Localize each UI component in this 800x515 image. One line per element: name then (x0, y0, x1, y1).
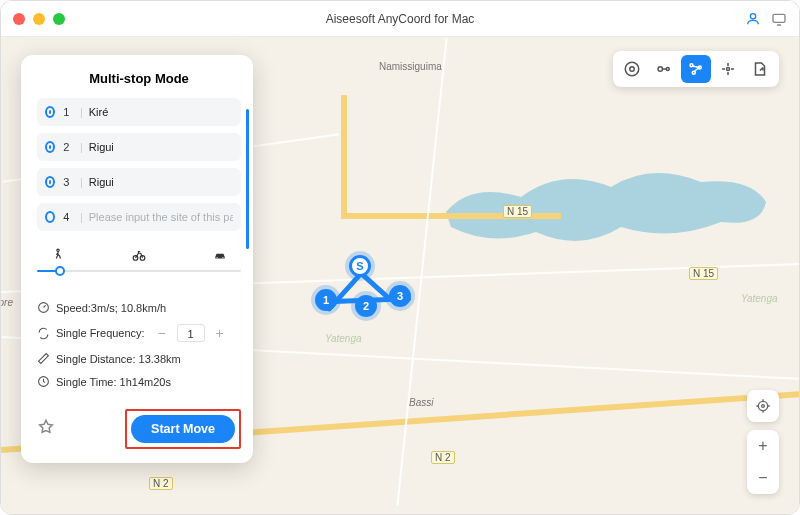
multi-stop-mode-button[interactable] (681, 55, 711, 83)
stop-number: 1 (63, 106, 74, 118)
panel-title: Multi-stop Mode (37, 71, 241, 86)
stop-number: 3 (63, 176, 74, 188)
place-yatenga: Yatenga (325, 333, 362, 344)
zoom-controls: + − (747, 430, 779, 494)
route-node-start[interactable]: S (349, 255, 371, 277)
stop-row-1[interactable]: 1 | (37, 98, 241, 126)
stop-input-2[interactable] (89, 141, 233, 153)
crosshair-icon (755, 398, 771, 414)
radio-icon[interactable] (45, 211, 55, 223)
multistop-panel: Multi-stop Mode 1 | 2 | 3 | 4 (21, 55, 253, 463)
svg-point-8 (625, 62, 639, 76)
place-yatenga2: Yatenga (741, 293, 778, 304)
place-pore: pore (1, 297, 13, 308)
user-icon[interactable] (745, 11, 761, 27)
info-speed: Speed:3m/s; 10.8km/h (37, 301, 241, 314)
speed-slider[interactable] (37, 270, 241, 272)
start-move-highlight: Start Move (125, 409, 241, 449)
stop-number: 2 (63, 141, 74, 153)
route-node-3[interactable]: 3 (389, 285, 411, 307)
place-nami: Namissiguima (379, 61, 442, 72)
repeat-icon (37, 327, 50, 340)
screen-icon[interactable] (771, 11, 787, 27)
road-badge-n2b: N 2 (431, 451, 455, 464)
svg-point-14 (727, 68, 730, 71)
place-bassi: Bassi (409, 397, 433, 408)
gauge-icon (37, 301, 50, 314)
freq-increase-button[interactable]: + (213, 326, 227, 340)
stop-row-2[interactable]: 2 | (37, 133, 241, 161)
content-area: N 15 N 15 N 2 N 2 Namissiguima Bassi Yat… (1, 37, 799, 514)
car-mode-button[interactable] (205, 248, 235, 265)
svg-point-7 (630, 67, 635, 72)
route-info: Speed:3m/s; 10.8km/h Single Frequency: −… (37, 291, 241, 398)
recenter-button[interactable] (747, 390, 779, 422)
map-controls: + − (747, 390, 779, 494)
info-distance: Single Distance: 13.38km (37, 352, 241, 365)
stop-row-3[interactable]: 3 | (37, 168, 241, 196)
stop-number: 4 (63, 211, 74, 223)
slider-thumb[interactable] (55, 266, 65, 276)
stop-row-4[interactable]: 4 | (37, 203, 241, 231)
svg-point-16 (762, 405, 765, 408)
titlebar: Aiseesoft AnyCoord for Mac (1, 1, 799, 37)
travel-mode-row (37, 244, 241, 265)
road-badge-n15: N 15 (503, 205, 532, 218)
road-vert (341, 95, 347, 215)
route-node-1[interactable]: 1 (315, 289, 337, 311)
route-node-2[interactable]: 2 (355, 295, 377, 317)
zoom-out-button[interactable]: − (758, 470, 767, 486)
stop-input-3[interactable] (89, 176, 233, 188)
freq-value[interactable]: 1 (177, 324, 205, 342)
bike-mode-button[interactable] (124, 248, 154, 265)
walk-mode-button[interactable] (43, 248, 73, 265)
mode-toolbar (613, 51, 779, 87)
zoom-in-button[interactable]: + (758, 438, 767, 454)
minor-road-3 (396, 38, 447, 506)
ruler-icon (37, 352, 50, 365)
svg-point-15 (758, 401, 767, 410)
road-badge-n2a: N 2 (149, 477, 173, 490)
one-stop-mode-button[interactable] (649, 55, 679, 83)
app-window: Aiseesoft AnyCoord for Mac (0, 0, 800, 515)
start-move-button[interactable]: Start Move (131, 415, 235, 443)
clock-icon (37, 375, 50, 388)
stop-input-4[interactable] (89, 211, 233, 223)
info-frequency: Single Frequency: − 1 + (37, 324, 241, 342)
svg-point-10 (666, 68, 669, 71)
radio-icon[interactable] (45, 141, 55, 153)
svg-point-2 (57, 249, 59, 251)
favorite-icon[interactable] (37, 418, 55, 440)
svg-point-0 (750, 13, 755, 18)
radio-icon[interactable] (45, 106, 55, 118)
svg-rect-1 (773, 14, 785, 22)
lake-shape (441, 157, 771, 267)
freq-decrease-button[interactable]: − (155, 326, 169, 340)
export-gpx-button[interactable] (745, 55, 775, 83)
joystick-mode-button[interactable] (713, 55, 743, 83)
radio-icon[interactable] (45, 176, 55, 188)
window-title: Aiseesoft AnyCoord for Mac (1, 12, 799, 26)
stop-input-1[interactable] (89, 106, 233, 118)
road-badge-n15b: N 15 (689, 267, 718, 280)
info-time: Single Time: 1h14m20s (37, 375, 241, 388)
modify-location-button[interactable] (617, 55, 647, 83)
svg-point-9 (658, 67, 663, 72)
